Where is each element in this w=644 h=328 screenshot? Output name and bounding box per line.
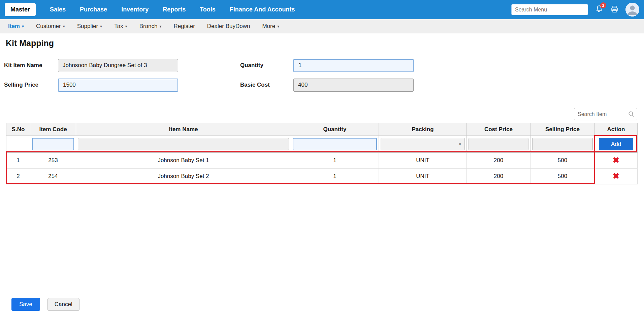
entry-cost-price-input[interactable] <box>469 138 528 150</box>
quantity-field[interactable] <box>293 59 414 72</box>
selling-price-label: Selling Price <box>3 82 58 88</box>
cell-item-name: Johnson Baby Set 2 <box>76 169 291 184</box>
subnav-item-more[interactable]: More ▾ <box>262 23 279 30</box>
subnav-item-label: More <box>262 23 275 30</box>
cell-packing: UNIT <box>379 153 467 169</box>
basic-cost-field[interactable] <box>293 79 414 92</box>
nav-inventory[interactable]: Inventory <box>121 6 149 13</box>
save-button[interactable]: Save <box>11 298 40 311</box>
cell-sno: 1 <box>6 153 30 169</box>
chevron-down-icon: ▾ <box>22 24 24 29</box>
kit-items-section: S.No Item Code Item Name Quantity Packin… <box>6 108 637 184</box>
header-item-code: Item Code <box>30 123 76 136</box>
entry-item-code-input[interactable] <box>32 138 74 150</box>
nav-master[interactable]: Master <box>5 3 36 16</box>
main-menu: Master Sales Purchase Inventory Reports … <box>5 3 295 16</box>
cell-item-code: 254 <box>30 169 76 184</box>
entry-item-name-input[interactable] <box>78 138 289 150</box>
cell-quantity: 1 <box>291 169 379 184</box>
add-button[interactable]: Add <box>599 138 633 150</box>
cell-packing: UNIT <box>379 169 467 184</box>
printer-icon <box>610 5 619 14</box>
header-cost-price: Cost Price <box>467 123 530 136</box>
chevron-down-icon: ▾ <box>63 24 65 29</box>
entry-quantity-input[interactable] <box>293 138 377 150</box>
user-avatar[interactable] <box>625 3 639 17</box>
table-header-row: S.No Item Code Item Name Quantity Packin… <box>6 123 638 136</box>
cell-selling-price: 500 <box>530 169 595 184</box>
subnav-item-label: Tax <box>114 23 123 30</box>
subnav-item-register[interactable]: Register <box>174 23 195 30</box>
notifications-button[interactable]: 2 <box>595 5 604 15</box>
nav-reports[interactable]: Reports <box>163 6 186 13</box>
subnav-item-label: Branch <box>139 23 158 30</box>
header-quantity: Quantity <box>291 123 379 136</box>
kit-mapping-form: Kit Item Name Quantity Selling Price Bas… <box>3 58 644 92</box>
notification-count-badge: 2 <box>600 2 606 8</box>
subnav-item-dealer-buydown[interactable]: Dealer BuyDown <box>207 23 250 30</box>
kit-items-table: S.No Item Code Item Name Quantity Packin… <box>6 123 638 184</box>
cancel-button[interactable]: Cancel <box>47 298 79 311</box>
chevron-down-icon: ▾ <box>160 24 162 29</box>
kit-item-name-field[interactable] <box>58 59 178 72</box>
subnav-item-label: Dealer BuyDown <box>207 23 250 30</box>
delete-row-icon[interactable]: ✖ <box>613 172 619 180</box>
table-row: 2 254 Johnson Baby Set 2 1 UNIT 200 500 … <box>6 169 638 184</box>
cell-cost-price: 200 <box>467 169 530 184</box>
header-action: Action <box>595 123 638 136</box>
chevron-down-icon: ▾ <box>100 24 102 29</box>
entry-selling-price-input[interactable] <box>532 138 593 150</box>
kit-item-name-label: Kit Item Name <box>3 62 58 69</box>
cell-sno: 2 <box>6 169 30 184</box>
subnav-item-tax[interactable]: Tax ▾ <box>114 23 127 30</box>
entry-sno-cell <box>6 136 30 153</box>
subnav-item-customer[interactable]: Customer ▾ <box>36 23 65 30</box>
subnav-item-item[interactable]: Item ▾ <box>8 23 24 30</box>
header-selling-price: Selling Price <box>530 123 595 136</box>
nav-purchase[interactable]: Purchase <box>80 6 107 13</box>
chevron-down-icon: ▾ <box>459 142 461 147</box>
entry-packing-dropdown[interactable]: ▾ <box>381 138 465 150</box>
subnav-item-label: Customer <box>36 23 61 30</box>
cell-quantity: 1 <box>291 153 379 169</box>
search-icon <box>628 111 635 117</box>
table-entry-row: ▾ Add <box>6 136 638 153</box>
delete-row-icon[interactable]: ✖ <box>613 156 619 165</box>
chevron-down-icon: ▾ <box>125 24 127 29</box>
nav-tools[interactable]: Tools <box>200 6 216 13</box>
nav-sales[interactable]: Sales <box>50 6 66 13</box>
subnav-item-label: Item <box>8 23 20 30</box>
top-navigation-bar: Master Sales Purchase Inventory Reports … <box>0 0 644 19</box>
cell-item-code: 253 <box>30 153 76 169</box>
header-item-name: Item Name <box>76 123 291 136</box>
subnav-item-label: Supplier <box>77 23 98 30</box>
header-sno: S.No <box>6 123 30 136</box>
quantity-label: Quantity <box>239 62 293 69</box>
cell-item-name: Johnson Baby Set 1 <box>76 153 291 169</box>
table-row: 1 253 Johnson Baby Set 1 1 UNIT 200 500 … <box>6 153 638 169</box>
person-icon <box>625 3 639 17</box>
selling-price-field[interactable] <box>58 79 178 92</box>
footer-actions: Save Cancel <box>11 298 79 311</box>
basic-cost-label: Basic Cost <box>239 82 293 88</box>
sub-navigation-bar: Item ▾ Customer ▾ Supplier ▾ Tax ▾ Branc… <box>0 19 644 33</box>
subnav-item-branch[interactable]: Branch ▾ <box>139 23 162 30</box>
page-title: Kit Mapping <box>6 38 644 48</box>
cell-cost-price: 200 <box>467 153 530 169</box>
subnav-item-label: Register <box>174 23 195 30</box>
subnav-item-supplier[interactable]: Supplier ▾ <box>77 23 102 30</box>
print-button[interactable] <box>610 5 619 14</box>
chevron-down-icon: ▾ <box>277 24 279 29</box>
cell-selling-price: 500 <box>530 153 595 169</box>
header-packing: Packing <box>379 123 467 136</box>
search-menu-input[interactable] <box>511 4 588 15</box>
nav-finance-and-accounts[interactable]: Finance And Accounts <box>230 6 295 13</box>
